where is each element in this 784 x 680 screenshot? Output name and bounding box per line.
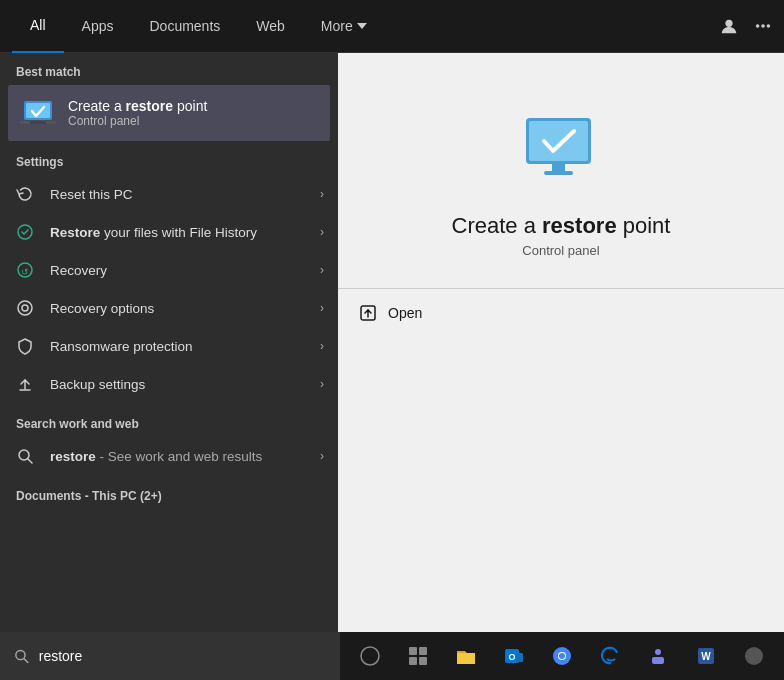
restore-icon-container xyxy=(516,113,606,197)
svg-rect-31 xyxy=(516,653,523,662)
nav-tab-all[interactable]: All xyxy=(12,0,64,53)
ellipsis-icon[interactable] xyxy=(754,17,772,35)
settings-label: Settings xyxy=(0,141,338,175)
svg-line-15 xyxy=(28,459,32,463)
svg-text:O: O xyxy=(508,652,515,662)
recovery-text: Recovery xyxy=(50,263,107,278)
chevron-icon: › xyxy=(320,225,324,239)
recovery-icon: ↺ xyxy=(14,259,36,281)
best-match-item[interactable]: Create a restore point Control panel xyxy=(8,85,330,141)
nav-tab-more[interactable]: More xyxy=(303,0,385,53)
svg-point-12 xyxy=(22,305,28,311)
taskbar-search-icon xyxy=(14,648,29,664)
top-nav: All Apps Documents Web More xyxy=(0,0,784,53)
svg-point-1 xyxy=(756,24,760,28)
taskbar-file-explorer[interactable] xyxy=(444,632,488,680)
search-web-icon xyxy=(14,445,36,467)
backup-text: Backup settings xyxy=(50,377,145,392)
svg-point-39 xyxy=(745,647,763,665)
person-icon[interactable] xyxy=(720,17,738,35)
ransomware-icon xyxy=(14,335,36,357)
recovery-options-text: Recovery options xyxy=(50,301,154,316)
svg-point-3 xyxy=(767,24,771,28)
svg-rect-17 xyxy=(529,121,588,161)
list-item-ransomware[interactable]: Ransomware protection › xyxy=(0,327,338,365)
taskbar-skype[interactable] xyxy=(732,632,776,680)
svg-rect-28 xyxy=(419,657,427,665)
svg-rect-18 xyxy=(552,164,565,172)
svg-rect-19 xyxy=(544,171,573,175)
chevron-icon: › xyxy=(320,449,324,463)
svg-line-23 xyxy=(24,659,28,663)
list-item-reset[interactable]: Reset this PC › xyxy=(0,175,338,213)
taskbar-edge[interactable] xyxy=(588,632,632,680)
chevron-down-icon xyxy=(357,21,367,31)
list-item-recovery-options[interactable]: Recovery options › xyxy=(0,289,338,327)
svg-rect-27 xyxy=(409,657,417,665)
best-match-title: Create a restore point xyxy=(68,98,207,114)
nav-tab-documents[interactable]: Documents xyxy=(131,0,238,53)
svg-point-34 xyxy=(559,653,565,659)
taskbar-outlook[interactable]: O xyxy=(492,632,536,680)
nav-tabs: All Apps Documents Web More xyxy=(12,0,385,53)
open-icon xyxy=(358,303,378,323)
taskbar: O W xyxy=(0,632,784,680)
svg-point-2 xyxy=(761,24,765,28)
svg-rect-5 xyxy=(26,103,50,118)
taskbar-search-input[interactable] xyxy=(39,648,326,664)
ransomware-text: Ransomware protection xyxy=(50,339,193,354)
search-bar[interactable] xyxy=(0,632,340,680)
taskbar-word[interactable]: W xyxy=(684,632,728,680)
search-web-item[interactable]: restore - See work and web results › xyxy=(0,437,338,475)
svg-rect-25 xyxy=(409,647,417,655)
open-text: Open xyxy=(388,305,422,321)
main-content: Best match Create a restore point Contro… xyxy=(0,53,784,660)
nav-tab-web[interactable]: Web xyxy=(238,0,303,53)
taskbar-start-button[interactable] xyxy=(348,632,392,680)
chevron-icon: › xyxy=(320,301,324,315)
restore-files-text: Restore your files with File History xyxy=(50,225,257,240)
backup-icon xyxy=(14,373,36,395)
list-item-recovery[interactable]: ↺ Recovery › xyxy=(0,251,338,289)
svg-point-11 xyxy=(18,301,32,315)
svg-rect-7 xyxy=(30,121,46,124)
best-match-subtitle: Control panel xyxy=(68,114,207,128)
open-action[interactable]: Open xyxy=(338,289,784,337)
restore-files-icon xyxy=(14,221,36,243)
recovery-options-icon xyxy=(14,297,36,319)
taskbar-icons: O W xyxy=(340,632,784,680)
restore-point-icon xyxy=(20,95,56,131)
svg-text:W: W xyxy=(701,651,711,662)
docs-label: Documents - This PC (2+) xyxy=(0,475,338,509)
search-web-label: Search work and web xyxy=(0,403,338,437)
chevron-icon: › xyxy=(320,377,324,391)
svg-point-35 xyxy=(655,649,661,655)
restore-title: Create a restore point xyxy=(452,213,671,239)
best-match-label: Best match xyxy=(0,53,338,85)
restore-subtitle: Control panel xyxy=(522,243,599,258)
svg-point-24 xyxy=(361,647,379,665)
taskbar-taskview[interactable] xyxy=(396,632,440,680)
reset-icon xyxy=(14,183,36,205)
restore-point-large-icon xyxy=(516,113,606,193)
left-panel: Best match Create a restore point Contro… xyxy=(0,53,338,660)
right-content: Create a restore point Control panel Ope… xyxy=(338,53,784,337)
nav-actions xyxy=(720,17,772,35)
chevron-icon: › xyxy=(320,187,324,201)
svg-rect-26 xyxy=(419,647,427,655)
search-web-text: restore - See work and web results xyxy=(50,449,262,464)
nav-tab-apps[interactable]: Apps xyxy=(64,0,132,53)
svg-rect-36 xyxy=(652,657,664,664)
svg-text:↺: ↺ xyxy=(21,267,29,277)
chevron-icon: › xyxy=(320,339,324,353)
taskbar-chrome[interactable] xyxy=(540,632,584,680)
list-item-backup[interactable]: Backup settings › xyxy=(0,365,338,403)
svg-point-0 xyxy=(725,20,732,27)
reset-text: Reset this PC xyxy=(50,187,133,202)
chevron-icon: › xyxy=(320,263,324,277)
list-item-restore-files[interactable]: Restore your files with File History › xyxy=(0,213,338,251)
taskbar-teams[interactable] xyxy=(636,632,680,680)
right-panel: Create a restore point Control panel Ope… xyxy=(338,53,784,660)
